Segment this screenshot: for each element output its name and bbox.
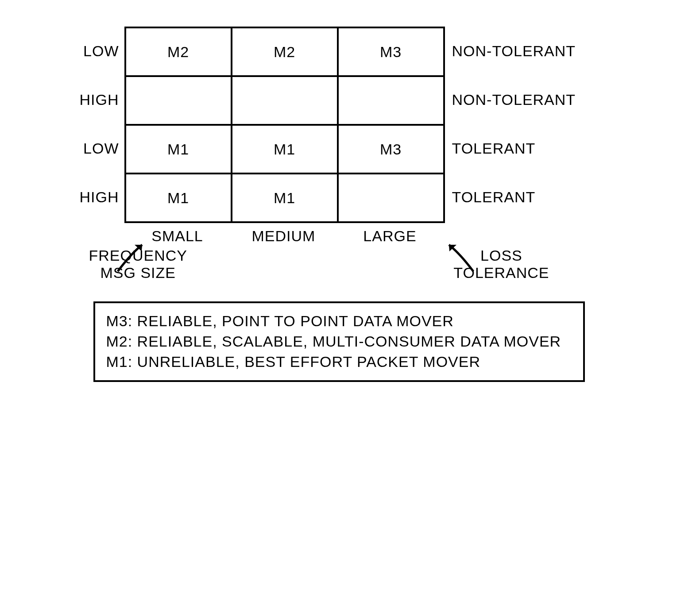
table-row	[125, 76, 444, 125]
row-label-left-2: LOW	[62, 124, 119, 173]
col-header-2: LARGE	[337, 223, 443, 245]
legend-line-m3: M3: RELIABLE, POINT TO POINT DATA MOVER	[106, 311, 572, 332]
col-header-0: SMALL	[124, 223, 231, 245]
legend-box: M3: RELIABLE, POINT TO POINT DATA MOVER …	[93, 301, 585, 382]
right-row-labels: NON-TOLERANT NON-TOLERANT TOLERANT TOLER…	[445, 27, 576, 221]
cell-3-0: M1	[125, 174, 232, 222]
cell-0-1: M2	[232, 27, 338, 76]
row-label-left-1: HIGH	[62, 75, 119, 124]
mover-matrix-table: M2 M2 M3 M1 M1 M3 M1 M1	[124, 27, 445, 223]
legend-line-m2: M2: RELIABLE, SCALABLE, MULTI-CONSUMER D…	[106, 332, 572, 352]
left-row-labels: LOW HIGH LOW HIGH	[62, 27, 124, 221]
table-row: M1 M1	[125, 174, 444, 222]
cell-1-2	[338, 76, 444, 125]
arrow-left-icon	[109, 243, 149, 278]
cell-2-1: M1	[232, 125, 338, 174]
cell-0-0: M2	[125, 27, 232, 76]
row-label-right-3: TOLERANT	[452, 173, 576, 221]
row-label-left-3: HIGH	[62, 173, 119, 221]
row-label-right-0: NON-TOLERANT	[452, 27, 576, 75]
row-label-right-2: TOLERANT	[452, 124, 576, 173]
cell-3-2	[338, 174, 444, 222]
table-row: M2 M2 M3	[125, 27, 444, 76]
cell-0-2: M3	[338, 27, 444, 76]
column-headers: SMALL MEDIUM LARGE	[124, 223, 638, 245]
grid-area: LOW HIGH LOW HIGH M2 M2 M3 M1 M1 M3 M1	[62, 27, 638, 223]
table-row: M1 M1 M3	[125, 125, 444, 174]
row-label-right-1: NON-TOLERANT	[452, 75, 576, 124]
cell-1-1	[232, 76, 338, 125]
arrow-right-icon	[442, 243, 482, 278]
row-label-left-0: LOW	[62, 27, 119, 75]
legend-line-m1: M1: UNRELIABLE, BEST EFFORT PACKET MOVER	[106, 352, 572, 372]
cell-2-2: M3	[338, 125, 444, 174]
col-header-1: MEDIUM	[231, 223, 337, 245]
diagram-container: LOW HIGH LOW HIGH M2 M2 M3 M1 M1 M3 M1	[62, 27, 638, 382]
cell-3-1: M1	[232, 174, 338, 222]
cell-1-0	[125, 76, 232, 125]
cell-2-0: M1	[125, 125, 232, 174]
